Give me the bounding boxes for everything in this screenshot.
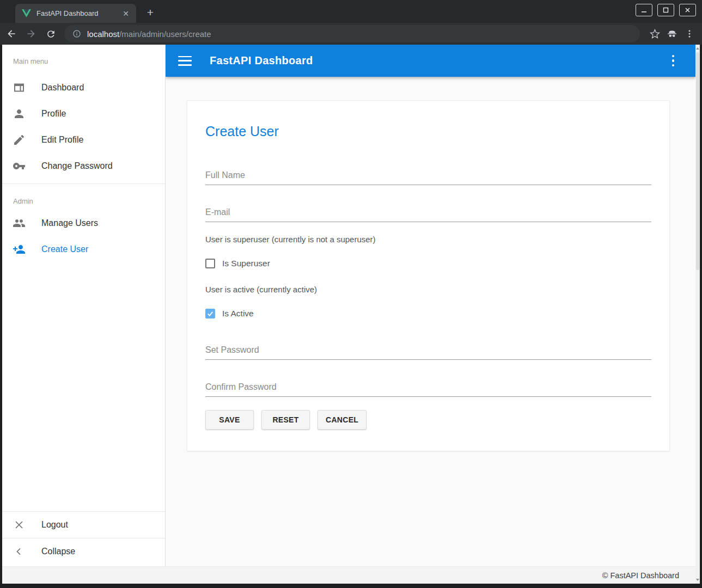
sidebar-item-edit-profile[interactable]: Edit Profile xyxy=(2,127,165,153)
copyright-text: © FastAPI Dashboard xyxy=(602,571,679,580)
page-footer: © FastAPI Dashboard xyxy=(2,566,695,584)
sidebar-item-profile[interactable]: Profile xyxy=(2,101,165,127)
close-icon xyxy=(13,518,26,531)
sidebar-item-label: Edit Profile xyxy=(41,135,83,145)
scrollbar-down-arrow-icon[interactable] xyxy=(696,579,699,581)
reload-button[interactable] xyxy=(42,26,59,42)
scrollbar-thumb[interactable] xyxy=(696,52,699,270)
reset-button[interactable]: RESET xyxy=(261,410,310,430)
sidebar-item-label: Change Password xyxy=(41,161,113,171)
save-button[interactable]: SAVE xyxy=(205,410,254,430)
dashboard-icon xyxy=(13,81,26,94)
pencil-icon xyxy=(13,133,26,146)
sidebar-item-create-user[interactable]: Create User xyxy=(2,236,165,262)
superuser-hint: User is superuser (currently is not a su… xyxy=(205,235,651,244)
app-bar: FastAPI Dashboard xyxy=(166,45,695,77)
chevron-left-icon xyxy=(13,545,26,558)
window-minimize-button[interactable] xyxy=(636,4,652,16)
sidebar-section-admin: Admin xyxy=(2,197,165,205)
address-bar[interactable]: localhost/main/admin/users/create xyxy=(64,25,640,42)
page-viewport: Main menu Dashboard Profile Edit Profile xyxy=(2,45,700,584)
window-maximize-button[interactable] xyxy=(657,4,674,16)
browser-menu-kebab-icon[interactable] xyxy=(681,26,698,42)
page-scrollbar[interactable] xyxy=(695,45,700,584)
browser-tab[interactable]: FastAPI Dashboard ✕ xyxy=(15,4,136,23)
checkbox-label: Is Active xyxy=(222,309,254,318)
tab-title: FastAPI Dashboard xyxy=(36,9,121,17)
set-password-field[interactable] xyxy=(205,345,651,360)
sidebar-section-main-menu: Main menu xyxy=(2,57,165,65)
sidebar-item-collapse[interactable]: Collapse xyxy=(2,538,165,565)
forward-button[interactable] xyxy=(23,26,39,42)
incognito-icon xyxy=(664,26,680,42)
sidebar-divider xyxy=(2,183,165,184)
main-content: FastAPI Dashboard Create User User is su… xyxy=(166,45,695,566)
url-path: /main/admin/users/create xyxy=(119,29,211,39)
cancel-button[interactable]: CANCEL xyxy=(318,410,367,430)
hamburger-menu-icon[interactable] xyxy=(178,56,192,66)
sidebar: Main menu Dashboard Profile Edit Profile xyxy=(2,45,166,566)
sidebar-item-label: Profile xyxy=(41,109,66,119)
bookmark-star-icon[interactable] xyxy=(646,26,663,42)
sidebar-item-label: Logout xyxy=(41,520,68,530)
key-icon xyxy=(13,160,26,173)
is-superuser-checkbox[interactable]: Is Superuser xyxy=(205,258,651,269)
confirm-password-field[interactable] xyxy=(205,382,651,397)
sidebar-item-logout[interactable]: Logout xyxy=(2,512,165,538)
url-host: localhost xyxy=(87,29,119,39)
form-title: Create User xyxy=(205,124,651,139)
site-info-icon[interactable] xyxy=(72,29,82,39)
window-close-button[interactable] xyxy=(679,4,696,16)
sidebar-item-manage-users[interactable]: Manage Users xyxy=(2,210,165,236)
app-bar-title: FastAPI Dashboard xyxy=(210,54,313,67)
sidebar-item-dashboard[interactable]: Dashboard xyxy=(2,75,165,101)
sidebar-item-label: Manage Users xyxy=(41,218,98,228)
person-add-icon xyxy=(13,243,26,256)
scrollbar-up-arrow-icon[interactable] xyxy=(696,47,699,50)
sidebar-item-change-password[interactable]: Change Password xyxy=(2,153,165,179)
create-user-card: Create User User is superuser (currently… xyxy=(187,100,670,451)
browser-toolbar: localhost/main/admin/users/create xyxy=(0,23,702,45)
active-hint: User is active (currently active) xyxy=(205,285,651,294)
app-bar-kebab-icon[interactable] xyxy=(669,45,677,77)
sidebar-item-label: Create User xyxy=(41,244,88,254)
back-button[interactable] xyxy=(3,26,20,42)
new-tab-button[interactable]: + xyxy=(143,5,158,20)
people-icon xyxy=(13,217,26,230)
checkbox-label: Is Superuser xyxy=(222,259,270,268)
checkbox-box-icon[interactable] xyxy=(205,309,215,318)
tab-close-icon[interactable]: ✕ xyxy=(121,9,131,19)
sidebar-item-label: Dashboard xyxy=(41,83,84,93)
sidebar-item-label: Collapse xyxy=(41,547,75,556)
full-name-field[interactable] xyxy=(205,170,651,185)
checkbox-box-icon[interactable] xyxy=(205,259,215,268)
vue-logo-icon xyxy=(22,9,31,17)
browser-tab-strip: FastAPI Dashboard ✕ + xyxy=(0,0,702,23)
person-icon xyxy=(13,107,26,120)
email-field[interactable] xyxy=(205,207,651,222)
is-active-checkbox[interactable]: Is Active xyxy=(205,308,651,319)
url-text: localhost/main/admin/users/create xyxy=(87,29,211,39)
